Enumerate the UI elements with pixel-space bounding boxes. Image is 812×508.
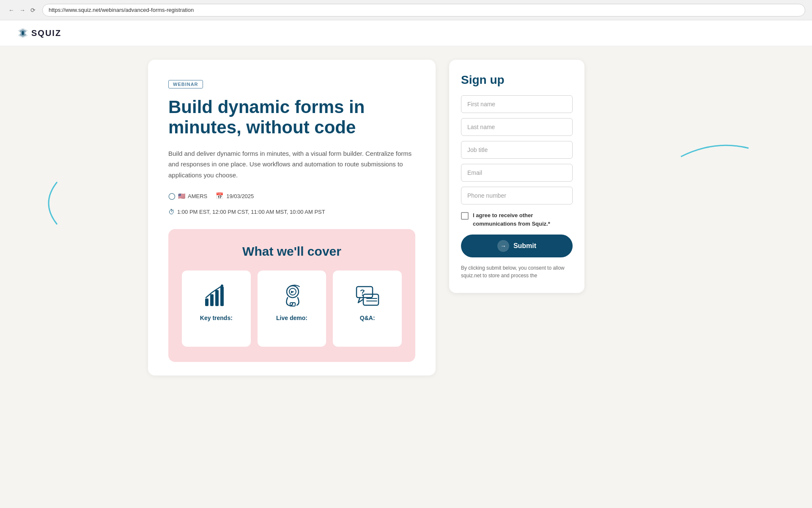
back-button[interactable]: ← bbox=[7, 5, 16, 15]
page-wrapper: SQUIZ WEBINAR Build dynamic forms in min… bbox=[0, 20, 812, 508]
chart-icon bbox=[203, 282, 230, 309]
site-header: SQUIZ bbox=[0, 20, 812, 46]
last-name-group bbox=[461, 118, 573, 136]
clock-icon: ⏱ bbox=[168, 208, 175, 215]
svg-rect-9 bbox=[363, 294, 379, 305]
email-input[interactable] bbox=[461, 164, 573, 182]
cover-section: What we'll cover bbox=[168, 229, 415, 362]
last-name-input[interactable] bbox=[461, 118, 573, 136]
main-description: Build and deliver dynamic forms in minut… bbox=[168, 148, 415, 181]
cover-cards: Key trends: bbox=[182, 271, 402, 347]
email-group bbox=[461, 164, 573, 182]
forward-button[interactable]: → bbox=[18, 5, 27, 15]
job-title-input[interactable] bbox=[461, 141, 573, 159]
webinar-badge: WEBINAR bbox=[168, 80, 203, 88]
time-label: 1:00 PM EST, 12:00 PM CST, 11:00 AM MST,… bbox=[177, 209, 325, 215]
svg-point-10 bbox=[362, 295, 363, 296]
content-area: WEBINAR Build dynamic forms in minutes, … bbox=[131, 46, 681, 389]
cover-card-demo-label: Live demo: bbox=[276, 315, 307, 321]
cover-card-trends-label: Key trends: bbox=[200, 315, 233, 321]
meta-row: ◯ 🇺🇸 AMERS 📅 19/03/2025 ⏱ 1:00 PM EST, 1… bbox=[168, 192, 415, 215]
consent-checkbox[interactable] bbox=[461, 212, 469, 220]
checkbox-label: I agree to receive other communications … bbox=[473, 211, 573, 228]
address-bar[interactable]: https://www.squiz.net/webinars/advanced-… bbox=[42, 4, 805, 17]
signup-card: Sign up bbox=[449, 60, 584, 293]
job-title-group bbox=[461, 141, 573, 159]
svg-rect-3 bbox=[220, 287, 224, 306]
browser-nav: ← → ⟳ bbox=[7, 5, 37, 15]
signup-title: Sign up bbox=[461, 73, 573, 87]
date-label: 19/03/2025 bbox=[226, 193, 254, 199]
logo: SQUIZ bbox=[17, 27, 61, 39]
meta-date: 📅 19/03/2025 bbox=[216, 192, 254, 200]
browser-chrome: ← → ⟳ https://www.squiz.net/webinars/adv… bbox=[0, 0, 812, 20]
first-name-group bbox=[461, 95, 573, 113]
cover-card-qa: Q&A: bbox=[333, 271, 402, 347]
cover-card-demo: Live demo: bbox=[258, 271, 326, 347]
flag-icon: 🇺🇸 bbox=[178, 193, 185, 199]
checkbox-row: I agree to receive other communications … bbox=[461, 211, 573, 228]
svg-point-4 bbox=[221, 284, 223, 287]
refresh-button[interactable]: ⟳ bbox=[29, 5, 37, 15]
curve-left-decoration bbox=[36, 178, 61, 229]
main-card: WEBINAR Build dynamic forms in minutes, … bbox=[148, 60, 436, 375]
calendar-icon: 📅 bbox=[216, 192, 224, 200]
svg-rect-0 bbox=[205, 298, 208, 306]
cover-card-trends: Key trends: bbox=[182, 271, 251, 347]
logo-text: SQUIZ bbox=[31, 28, 61, 38]
svg-rect-8 bbox=[357, 287, 373, 298]
phone-group bbox=[461, 187, 573, 204]
first-name-input[interactable] bbox=[461, 95, 573, 113]
meta-region: ◯ 🇺🇸 AMERS bbox=[168, 192, 207, 200]
submit-arrow-icon: → bbox=[497, 240, 509, 252]
region-label: AMERS bbox=[188, 193, 207, 199]
left-column: WEBINAR Build dynamic forms in minutes, … bbox=[148, 60, 436, 375]
main-title: Build dynamic forms in minutes, without … bbox=[168, 97, 415, 138]
demo-icon bbox=[278, 282, 305, 309]
submit-button[interactable]: → Submit bbox=[461, 235, 573, 257]
cover-card-qa-label: Q&A: bbox=[360, 315, 375, 321]
cover-title: What we'll cover bbox=[182, 244, 402, 259]
meta-time: ⏱ 1:00 PM EST, 12:00 PM CST, 11:00 AM MS… bbox=[168, 208, 325, 215]
curve-right-decoration bbox=[677, 135, 753, 161]
submit-label: Submit bbox=[513, 242, 536, 250]
squiz-logo-icon bbox=[17, 27, 29, 39]
svg-rect-1 bbox=[210, 294, 214, 306]
location-icon: ◯ bbox=[168, 192, 176, 200]
svg-rect-2 bbox=[215, 290, 219, 306]
consent-text: By clicking submit below, you consent to… bbox=[461, 264, 573, 279]
right-column: Sign up bbox=[449, 60, 584, 375]
phone-input[interactable] bbox=[461, 187, 573, 204]
qa-icon bbox=[354, 282, 381, 309]
